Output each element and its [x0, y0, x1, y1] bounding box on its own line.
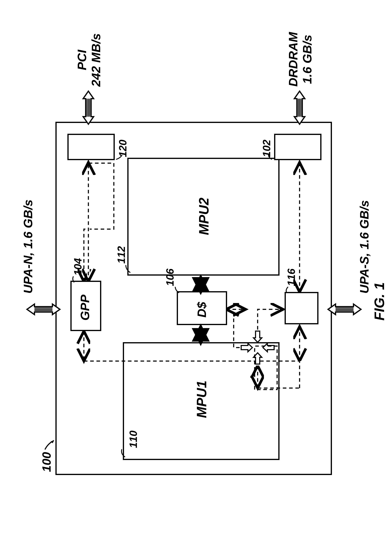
- drdram-arrow: [0, 0, 392, 541]
- drdram-label: DRDRAM 1.6 GB/s: [286, 32, 314, 87]
- figure-label: FIG. 1: [372, 282, 387, 321]
